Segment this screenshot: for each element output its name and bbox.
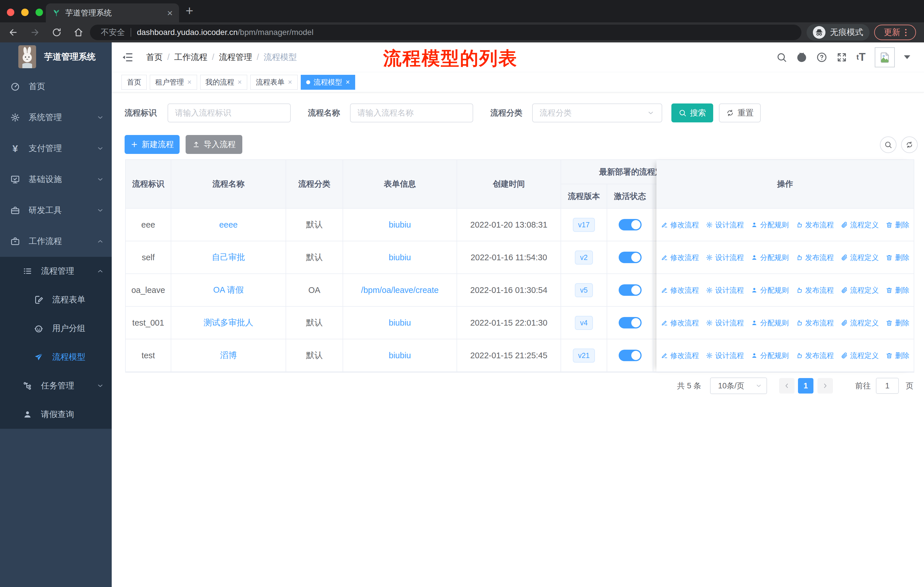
refresh-table-button[interactable] — [901, 136, 918, 153]
action-分配规则[interactable]: 分配规则 — [751, 318, 789, 327]
filter-input-name[interactable] — [350, 104, 473, 122]
process-name-link[interactable]: 滔博 — [220, 350, 237, 361]
active-status-toggle[interactable] — [619, 219, 642, 230]
action-分配规则[interactable]: 分配规则 — [751, 220, 789, 230]
active-status-toggle[interactable] — [619, 317, 642, 329]
form-link[interactable]: biubiu — [389, 220, 411, 230]
tag-首页[interactable]: 首页 — [121, 75, 147, 90]
sidebar-item-首页[interactable]: 首页 — [0, 71, 112, 102]
sidebar-item-任务管理[interactable]: 任务管理 — [0, 372, 112, 400]
process-name-link[interactable]: 测试多审批人 — [204, 317, 254, 329]
help-icon[interactable] — [816, 52, 827, 63]
form-link[interactable]: /bpm/oa/leave/create — [361, 286, 439, 295]
reload-icon[interactable] — [51, 27, 62, 38]
browser-menu-icon[interactable] — [905, 29, 906, 36]
process-name-link[interactable]: OA 请假 — [213, 284, 243, 296]
new-tab-button[interactable]: + — [186, 4, 193, 17]
back-icon[interactable] — [8, 27, 18, 38]
maximize-window-icon[interactable] — [36, 8, 43, 16]
action-删除[interactable]: 删除 — [886, 286, 909, 295]
active-status-toggle[interactable] — [619, 251, 642, 263]
sidebar-item-流程管理[interactable]: 流程管理 — [0, 257, 112, 286]
form-link[interactable]: biubiu — [389, 318, 411, 327]
process-name-link[interactable]: 自己审批 — [212, 251, 245, 263]
tag-我的流程[interactable]: 我的流程× — [200, 75, 248, 90]
action-发布流程[interactable]: 发布流程 — [796, 286, 834, 295]
sidebar-item-流程表单[interactable]: 流程表单 — [0, 286, 112, 314]
filter-input-id[interactable] — [168, 104, 291, 122]
breadcrumb-item[interactable]: 工作流程 — [174, 51, 207, 63]
tag-租户管理[interactable]: 租户管理× — [150, 75, 197, 90]
action-修改流程[interactable]: 修改流程 — [661, 318, 699, 327]
action-修改流程[interactable]: 修改流程 — [661, 286, 699, 295]
sidebar-item-研发工具[interactable]: 研发工具 — [0, 195, 112, 226]
prev-page-button[interactable] — [779, 378, 795, 394]
action-发布流程[interactable]: 发布流程 — [796, 253, 834, 262]
avatar[interactable] — [875, 47, 895, 67]
home-icon[interactable] — [73, 27, 84, 38]
action-流程定义[interactable]: 流程定义 — [841, 318, 879, 327]
action-分配规则[interactable]: 分配规则 — [751, 253, 789, 262]
action-设计流程[interactable]: 设计流程 — [706, 253, 744, 262]
close-icon[interactable]: × — [288, 78, 292, 86]
create-process-button[interactable]: 新建流程 — [125, 135, 180, 154]
action-删除[interactable]: 删除 — [886, 318, 909, 327]
tag-流程模型[interactable]: 流程模型× — [301, 75, 355, 90]
sidebar-item-基础设施[interactable]: 基础设施 — [0, 164, 112, 195]
import-process-button[interactable]: 导入流程 — [186, 135, 242, 154]
sidebar-item-系统管理[interactable]: 系统管理 — [0, 102, 112, 133]
fullscreen-icon[interactable] — [837, 52, 847, 63]
action-设计流程[interactable]: 设计流程 — [706, 351, 744, 360]
form-link[interactable]: biubiu — [389, 351, 411, 360]
action-修改流程[interactable]: 修改流程 — [661, 351, 699, 360]
collapse-sidebar-icon[interactable] — [121, 51, 134, 63]
tag-流程表单[interactable]: 流程表单× — [250, 75, 298, 90]
active-status-toggle[interactable] — [619, 350, 642, 361]
sidebar-item-请假查询[interactable]: 请假查询 — [0, 400, 112, 429]
action-发布流程[interactable]: 发布流程 — [796, 351, 834, 360]
process-name-link[interactable]: eeee — [219, 220, 238, 230]
reset-button[interactable]: 重置 — [719, 104, 761, 122]
action-删除[interactable]: 删除 — [886, 253, 909, 262]
action-流程定义[interactable]: 流程定义 — [841, 351, 879, 360]
font-size-icon[interactable]: tT — [856, 51, 866, 63]
update-button[interactable]: 更新 — [874, 25, 916, 40]
active-status-toggle[interactable] — [619, 284, 642, 296]
page-size-select[interactable]: 10条/页 — [710, 377, 767, 394]
action-删除[interactable]: 删除 — [886, 351, 909, 360]
breadcrumb-item[interactable]: 流程管理 — [219, 51, 252, 63]
sidebar-item-用户分组[interactable]: 用户分组 — [0, 314, 112, 343]
form-link[interactable]: biubiu — [389, 253, 411, 262]
search-button[interactable]: 搜索 — [672, 104, 713, 122]
filter-select-category[interactable]: 流程分类 — [532, 104, 662, 122]
action-设计流程[interactable]: 设计流程 — [706, 286, 744, 295]
goto-page-input[interactable] — [876, 378, 899, 394]
browser-tab[interactable]: 芋道管理系统 × — [46, 3, 179, 22]
action-流程定义[interactable]: 流程定义 — [841, 286, 879, 295]
search-icon[interactable] — [776, 52, 787, 63]
sidebar-item-流程模型[interactable]: 流程模型 — [0, 343, 112, 372]
close-window-icon[interactable] — [7, 8, 14, 16]
breadcrumb-item[interactable]: 首页 — [146, 51, 163, 63]
minimize-window-icon[interactable] — [21, 8, 29, 16]
action-流程定义[interactable]: 流程定义 — [841, 253, 879, 262]
forward-icon[interactable] — [30, 27, 40, 38]
address-bar[interactable]: 不安全 dashboard.yudao.iocoder.cn /bpm/mana… — [90, 25, 802, 40]
close-icon[interactable]: × — [187, 78, 191, 86]
action-删除[interactable]: 删除 — [886, 220, 909, 230]
toggle-search-button[interactable] — [880, 136, 896, 153]
close-icon[interactable]: × — [238, 78, 242, 86]
chevron-down-icon[interactable] — [904, 55, 910, 59]
page-number-button[interactable]: 1 — [798, 378, 813, 394]
action-修改流程[interactable]: 修改流程 — [661, 220, 699, 230]
tab-close-icon[interactable]: × — [167, 8, 173, 18]
logo[interactable]: 芋道管理系统 — [0, 42, 112, 71]
sidebar-item-工作流程[interactable]: 工作流程 — [0, 226, 112, 257]
next-page-button[interactable] — [817, 378, 833, 394]
sidebar-item-支付管理[interactable]: ¥支付管理 — [0, 133, 112, 164]
action-分配规则[interactable]: 分配规则 — [751, 351, 789, 360]
action-发布流程[interactable]: 发布流程 — [796, 318, 834, 327]
action-设计流程[interactable]: 设计流程 — [706, 220, 744, 230]
action-设计流程[interactable]: 设计流程 — [706, 318, 744, 327]
action-修改流程[interactable]: 修改流程 — [661, 253, 699, 262]
